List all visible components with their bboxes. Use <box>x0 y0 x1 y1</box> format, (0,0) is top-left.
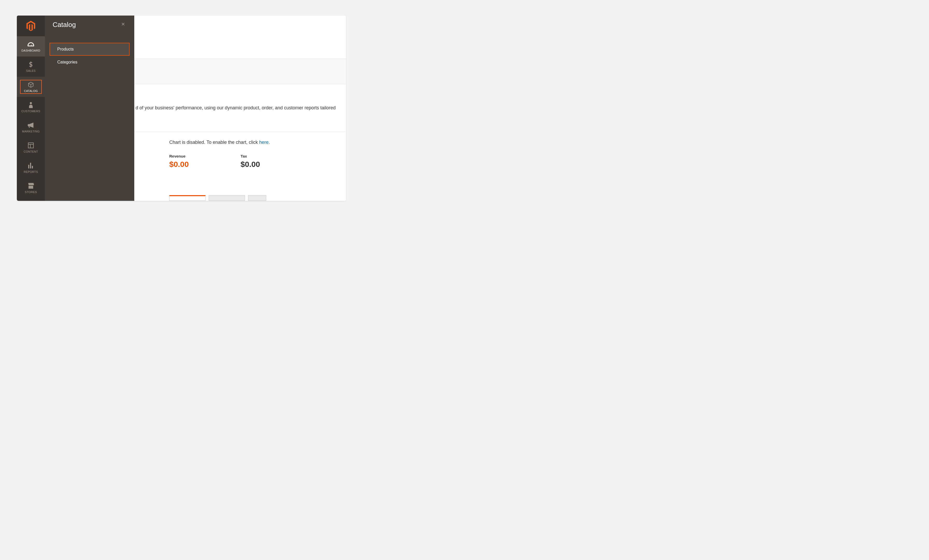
nav-marketing[interactable]: Marketing <box>17 117 45 137</box>
magento-icon <box>26 21 35 31</box>
metric-revenue: Revenue $0.00 <box>169 154 189 169</box>
layout-icon <box>28 142 34 149</box>
flyout-item-categories[interactable]: Categories <box>49 56 130 69</box>
tab-2[interactable] <box>208 195 245 201</box>
svg-rect-3 <box>32 166 33 168</box>
metric-label: Tax <box>241 154 260 158</box>
flyout-title: Catalog <box>53 21 120 29</box>
nav-label: Marketing <box>22 130 40 133</box>
tabs-row <box>169 195 346 201</box>
nav-dashboard[interactable]: Dashboard <box>17 36 45 57</box>
storefront-icon <box>28 182 34 190</box>
bars-icon <box>28 162 34 169</box>
chart-msg-prefix: Chart is disabled. To enable the chart, … <box>169 140 259 145</box>
chart-disabled-message: Chart is disabled. To enable the chart, … <box>169 140 346 145</box>
nav-label: Catalog <box>24 89 38 92</box>
nav-label: Content <box>24 150 38 153</box>
admin-sidebar: Dashboard Sales Catalog Customers Market <box>17 15 45 201</box>
nav-label: Stores <box>25 190 37 194</box>
metrics-row: Revenue $0.00 Tax $0.00 <box>169 154 346 169</box>
svg-point-0 <box>30 102 32 104</box>
tab-3[interactable] <box>248 195 266 201</box>
promo-text: d of your business' performance, using o… <box>136 105 336 111</box>
close-icon[interactable] <box>120 21 127 29</box>
nav-label: Reports <box>24 170 38 173</box>
nav-catalog[interactable]: Catalog <box>17 77 45 97</box>
box-icon <box>28 81 34 88</box>
flyout-item-products[interactable]: Products <box>49 43 130 56</box>
magento-logo[interactable] <box>17 15 45 36</box>
nav-sales[interactable]: Sales <box>17 57 45 77</box>
admin-window: d of your business' performance, using o… <box>17 15 346 201</box>
nav-label: Customers <box>21 110 40 113</box>
nav-stores[interactable]: Stores <box>17 178 45 198</box>
nav-label: Sales <box>26 69 36 72</box>
nav-reports[interactable]: Reports <box>17 158 45 178</box>
megaphone-icon <box>28 122 34 129</box>
catalog-flyout: Catalog Products Categories <box>45 15 134 201</box>
metric-value: $0.00 <box>169 160 189 169</box>
svg-rect-2 <box>30 163 31 168</box>
metric-tax: Tax $0.00 <box>241 154 260 169</box>
enable-chart-link[interactable]: here <box>259 140 268 145</box>
gauge-icon <box>28 41 34 48</box>
flyout-list: Products Categories <box>45 43 134 69</box>
metric-label: Revenue <box>169 154 189 158</box>
dollar-icon <box>29 61 33 68</box>
nav-content[interactable]: Content <box>17 137 45 158</box>
chart-msg-suffix: . <box>268 140 270 145</box>
metric-value: $0.00 <box>241 160 260 169</box>
nav-customers[interactable]: Customers <box>17 97 45 117</box>
svg-rect-1 <box>28 165 29 168</box>
tab-active[interactable] <box>169 195 205 201</box>
flyout-header: Catalog <box>45 15 134 32</box>
person-icon <box>29 101 33 109</box>
nav-label: Dashboard <box>21 49 40 52</box>
